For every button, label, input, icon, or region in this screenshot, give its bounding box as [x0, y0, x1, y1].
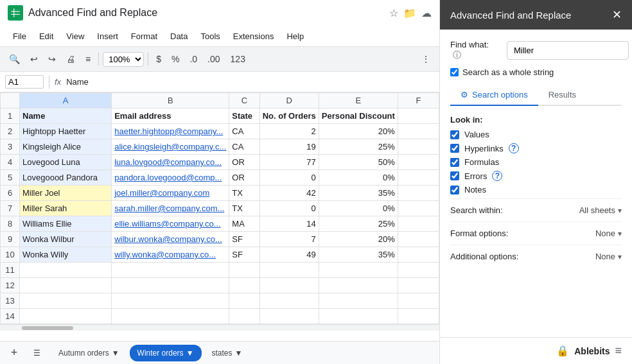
tab-search-options[interactable]: ⚙ Search options	[450, 85, 538, 106]
cell-d2[interactable]: 2	[259, 124, 319, 139]
horizontal-scrollbar[interactable]	[0, 324, 439, 331]
col-header-d[interactable]: D	[259, 93, 319, 108]
whole-string-checkbox[interactable]	[450, 68, 459, 76]
footer-menu-icon[interactable]: ≡	[615, 344, 622, 358]
cell-f3[interactable]	[398, 139, 439, 155]
menu-view[interactable]: View	[61, 29, 89, 44]
cell-f10[interactable]	[398, 247, 439, 263]
cell-d10[interactable]: 49	[259, 247, 319, 263]
values-checkbox[interactable]	[450, 130, 459, 139]
cell-c1[interactable]: State	[229, 108, 259, 124]
cell-e7[interactable]: 0%	[319, 201, 398, 216]
notes-checkbox[interactable]	[450, 186, 459, 195]
menu-tools[interactable]: Tools	[195, 29, 225, 44]
cell-a9[interactable]: Wonka Wilbur	[20, 232, 112, 247]
panel-close-button[interactable]: ✕	[612, 8, 622, 22]
errors-help-icon[interactable]: ?	[492, 171, 502, 181]
cell-a7[interactable]: Miller Sarah	[20, 201, 112, 216]
cell-d6[interactable]: 42	[259, 186, 319, 201]
cell-a8[interactable]: Williams Ellie	[20, 216, 112, 232]
cell-a12[interactable]	[20, 278, 112, 293]
cell-b4[interactable]: luna.lovgood@company.co...	[112, 155, 229, 170]
additional-options-dropdown[interactable]: None ▾	[595, 252, 622, 261]
col-header-a[interactable]: A	[20, 93, 112, 108]
cell-b2[interactable]: haetter.hightopp@company...	[112, 124, 229, 139]
cell-e2[interactable]: 20%	[319, 124, 398, 139]
cell-d5[interactable]: 0	[259, 170, 319, 186]
sheet-tab-winter[interactable]: Winter orders ▼	[130, 345, 202, 361]
cell-c3[interactable]: CA	[229, 139, 259, 155]
cell-b1[interactable]: Email address	[112, 108, 229, 124]
find-what-input[interactable]	[507, 41, 629, 60]
add-sheet-button[interactable]: +	[5, 344, 23, 362]
more-options-button[interactable]: ⋮	[417, 51, 434, 67]
cell-c7[interactable]: TX	[229, 201, 259, 216]
cell-c6[interactable]: TX	[229, 186, 259, 201]
redo-button[interactable]: ↪	[44, 51, 60, 67]
cell-f4[interactable]	[398, 155, 439, 170]
formulas-checkbox[interactable]	[450, 158, 459, 167]
menu-file[interactable]: File	[8, 29, 31, 44]
cell-f2[interactable]	[398, 124, 439, 139]
cell-d4[interactable]: 77	[259, 155, 319, 170]
cell-a4[interactable]: Lovegood Luna	[20, 155, 112, 170]
decimal-inc-button[interactable]: .00	[204, 51, 224, 67]
star-icon[interactable]: ☆	[389, 7, 398, 19]
errors-checkbox[interactable]	[450, 171, 459, 180]
col-header-c[interactable]: C	[229, 93, 259, 108]
cell-d7[interactable]: 0	[259, 201, 319, 216]
cell-b9[interactable]: wilbur.wonka@company.co...	[112, 232, 229, 247]
cell-b6[interactable]: joel.miller@company.com	[112, 186, 229, 201]
menu-format[interactable]: Format	[126, 29, 162, 44]
cell-d3[interactable]: 19	[259, 139, 319, 155]
tab-results[interactable]: Results	[538, 85, 586, 106]
cell-e1[interactable]: Personal Discount	[319, 108, 398, 124]
cell-e3[interactable]: 25%	[319, 139, 398, 155]
search-within-dropdown[interactable]: All sheets ▾	[579, 205, 622, 215]
cell-d1[interactable]: No. of Orders	[259, 108, 319, 124]
tab-menu-button[interactable]: ☰	[26, 345, 48, 361]
format-options-dropdown[interactable]: None ▾	[595, 229, 622, 238]
cell-a1[interactable]: Name	[20, 108, 112, 124]
cell-c9[interactable]: SF	[229, 232, 259, 247]
col-header-f[interactable]: F	[398, 93, 439, 108]
grid-container[interactable]: A B C D E F 1 Name Email address State N…	[0, 92, 439, 341]
sheet-tab-autumn[interactable]: Autumn orders ▼	[51, 345, 127, 361]
menu-extensions[interactable]: Extensions	[228, 29, 279, 44]
cell-a2[interactable]: Hightopp Haetter	[20, 124, 112, 139]
cell-e10[interactable]: 35%	[319, 247, 398, 263]
hyperlinks-help-icon[interactable]: ?	[509, 143, 519, 153]
menu-edit[interactable]: Edit	[34, 29, 58, 44]
cell-c2[interactable]: CA	[229, 124, 259, 139]
cell-e5[interactable]: 0%	[319, 170, 398, 186]
format-button[interactable]: ≡	[82, 51, 94, 67]
menu-help[interactable]: Help	[281, 29, 309, 44]
cell-e9[interactable]: 20%	[319, 232, 398, 247]
cell-d9[interactable]: 7	[259, 232, 319, 247]
hyperlinks-checkbox[interactable]	[450, 144, 459, 153]
decimal-dec-button[interactable]: .0	[186, 51, 201, 67]
cell-f6[interactable]	[398, 186, 439, 201]
cell-e4[interactable]: 50%	[319, 155, 398, 170]
info-icon[interactable]: ⓘ	[453, 50, 461, 60]
cell-f5[interactable]	[398, 170, 439, 186]
cloud-icon[interactable]: ☁	[421, 7, 432, 19]
menu-data[interactable]: Data	[165, 29, 193, 44]
col-header-b[interactable]: B	[112, 93, 229, 108]
cell-e8[interactable]: 25%	[319, 216, 398, 232]
cell-c8[interactable]: MA	[229, 216, 259, 232]
cell-c10[interactable]: SF	[229, 247, 259, 263]
cell-b8[interactable]: ellie.williams@company.co...	[112, 216, 229, 232]
print-button[interactable]: 🖨	[62, 51, 79, 67]
col-header-e[interactable]: E	[319, 93, 398, 108]
cell-c5[interactable]: OR	[229, 170, 259, 186]
cell-e6[interactable]: 35%	[319, 186, 398, 201]
undo-button[interactable]: ↩	[26, 51, 42, 67]
menu-insert[interactable]: Insert	[92, 29, 123, 44]
sheet-tab-states[interactable]: states ▼	[204, 345, 250, 361]
cell-a14[interactable]	[20, 309, 112, 324]
cell-reference-input[interactable]	[5, 75, 44, 89]
cell-a11[interactable]	[20, 263, 112, 278]
search-button[interactable]: 🔍	[5, 51, 24, 67]
zoom-select[interactable]: 100%	[103, 52, 144, 67]
